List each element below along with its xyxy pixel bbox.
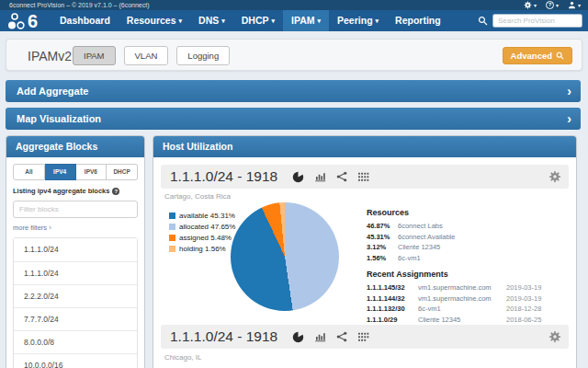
legend-swatch [169, 213, 175, 219]
bar-chart-view-icon[interactable] [314, 331, 326, 342]
brand-logo[interactable]: 6 [6, 9, 38, 32]
list-item[interactable]: 1.1.1.0/24 [14, 261, 137, 284]
block-title: 1.1.1.0/24 - 1918 [170, 328, 277, 345]
grid-view-icon[interactable] [357, 172, 369, 182]
caret-down-icon: ▾ [534, 3, 537, 8]
listing-label: Listing ipv4 aggregate blocks [13, 187, 109, 195]
nav-item-ipam[interactable]: IPAM▾ [283, 10, 329, 31]
tab-all[interactable]: All [13, 164, 45, 180]
settings-menu[interactable]: ▾ [524, 1, 537, 9]
pie-chart-view-icon[interactable] [292, 171, 304, 183]
nav-item-reporting[interactable]: Reporting [387, 10, 449, 31]
help-icon[interactable]: ? [112, 188, 119, 195]
list-item[interactable]: 1.1.1.0/24 [14, 238, 137, 261]
caret-down-icon: ▾ [318, 10, 322, 31]
aggregate-block-list: 1.1.1.0/24 1.1.1.0/24 2.2.2.0/24 7.7.7.0… [13, 237, 138, 368]
ipam-toolbar: IPAMv2 IPAM VLAN Logging Advanced [6, 39, 582, 71]
search-icon [556, 52, 564, 60]
chevron-right-icon: › [49, 224, 51, 232]
legend-item: allocated 47.65% [169, 223, 235, 231]
nav-item-dns[interactable]: DNS▾ [190, 10, 233, 31]
bar-chart-view-icon[interactable] [314, 171, 326, 182]
legend-item: available 45.31% [169, 212, 235, 220]
map-visualization-bar[interactable]: Map Visualization › [6, 108, 581, 130]
caret-down-icon: ▾ [556, 3, 559, 8]
grid-view-icon[interactable] [357, 332, 369, 342]
entry-settings-button[interactable] [548, 330, 561, 347]
utilization-pie-chart [231, 202, 339, 311]
recent-assignments-heading: Recent Assignments [367, 270, 569, 279]
block-location: Cartago, Costa Rica [164, 192, 231, 201]
aggregate-blocks-header: Aggregate Blocks [6, 136, 144, 157]
caret-down-icon: ▾ [578, 3, 581, 8]
legend-swatch [169, 246, 175, 252]
help-icon: ? [546, 1, 554, 9]
resource-row: 45.31%6connect Available [367, 232, 569, 243]
user-icon [568, 1, 576, 9]
legend-swatch [169, 224, 175, 230]
assignment-row: 1.1.1.0/29Cliente 123452018-06-25 [367, 315, 569, 326]
chevron-right-icon: › [567, 80, 571, 102]
gear-icon [524, 1, 532, 9]
host-entry-bar: 1.1.1.0/24 - 1918 [161, 165, 569, 189]
pie-legend: available 45.31% allocated 47.65% assign… [169, 212, 235, 256]
share-icon[interactable] [336, 171, 347, 182]
entry-details: Resources 46.87%6connect Labs 45.31%6con… [367, 208, 569, 325]
add-aggregate-bar[interactable]: Add Aggregate › [6, 80, 581, 102]
nav-menu: Dashboard Resources▾ DNS▾ DHCP▾ IPAM▾ Pe… [51, 10, 449, 31]
tab-logging[interactable]: Logging [176, 46, 230, 65]
nav-item-resources[interactable]: Resources▾ [119, 10, 190, 31]
tab-ipv4[interactable]: IPV4 [45, 164, 76, 180]
page-title: IPAMv2 [28, 49, 72, 63]
aggregate-blocks-panel: Aggregate Blocks All IPV4 IPV6 DHCP List… [6, 135, 145, 368]
entry-settings-button[interactable] [548, 170, 561, 187]
advanced-search-button[interactable]: Advanced [503, 47, 572, 64]
search-icon [478, 16, 488, 26]
tab-dhcp[interactable]: DHCP [107, 164, 138, 180]
resource-row: 46.87%6connect Labs [367, 221, 569, 232]
block-filter-input[interactable] [13, 201, 138, 218]
help-menu[interactable]: ? ▾ [546, 1, 559, 9]
chevron-right-icon: › [567, 108, 571, 130]
user-menu[interactable]: ▾ [568, 1, 581, 9]
resource-row: 3.12%Cliente 12345 [367, 242, 569, 253]
list-item[interactable]: 2.2.2.0/24 [14, 284, 137, 307]
app-window: 6connect ProVision – © 2019 v7.1.0 – (6c… [0, 0, 588, 368]
aggregate-type-tabs: All IPV4 IPV6 DHCP [13, 164, 138, 180]
gear-icon [548, 330, 561, 343]
resources-heading: Resources [367, 208, 569, 217]
block-title: 1.1.1.0/24 - 1918 [170, 168, 277, 185]
caret-down-icon: ▾ [221, 10, 225, 31]
host-entry-bar: 1.1.1.0/24 - 1918 [161, 325, 569, 349]
6connect-logo-icon [6, 10, 27, 32]
pie-chart-view-icon[interactable] [292, 331, 304, 343]
caret-down-icon: ▾ [376, 10, 379, 31]
caret-down-icon: ▾ [272, 10, 276, 31]
block-location: Chicago, IL [164, 353, 201, 362]
list-item[interactable]: 10.0.0.0/16 [14, 353, 137, 368]
legend-swatch [169, 235, 175, 241]
caret-down-icon: ▾ [179, 10, 183, 31]
nav-item-peering[interactable]: Peering▾ [329, 10, 387, 31]
app-version-text: 6connect ProVision – © 2019 v7.1.0 – (6c… [9, 2, 150, 8]
window-titlebar: 6connect ProVision – © 2019 v7.1.0 – (6c… [0, 0, 588, 10]
legend-item: assigned 5.48% [169, 234, 235, 242]
nav-item-dhcp[interactable]: DHCP▾ [233, 10, 283, 31]
resource-row: 1.56%6c-vm1 [367, 253, 569, 264]
assignment-row: 1.1.1.144/32vm1.supermachine.com2019-03-… [367, 293, 569, 305]
list-item[interactable]: 7.7.7.0/24 [14, 307, 137, 330]
list-item[interactable]: 8.0.0.0/8 [14, 330, 137, 353]
tab-ipv6[interactable]: IPV6 [76, 164, 107, 180]
tab-ipam[interactable]: IPAM [73, 46, 116, 65]
host-utilization-header: Host Utilization [153, 136, 576, 157]
more-filters-link[interactable]: more filters › [13, 224, 138, 232]
nav-item-dashboard[interactable]: Dashboard [51, 10, 119, 31]
share-icon[interactable] [336, 331, 347, 342]
tab-vlan[interactable]: VLAN [124, 46, 169, 65]
gear-icon [548, 170, 561, 183]
assignment-row: 1.1.1.132/306c-vm12018-12-28 [367, 304, 569, 315]
brand-number: 6 [28, 10, 38, 32]
assignment-row: 1.1.1.145/32vm1.supermachine.com2019-03-… [367, 282, 569, 293]
global-search-input[interactable] [492, 14, 582, 28]
legend-item: holding 1.56% [169, 245, 235, 253]
